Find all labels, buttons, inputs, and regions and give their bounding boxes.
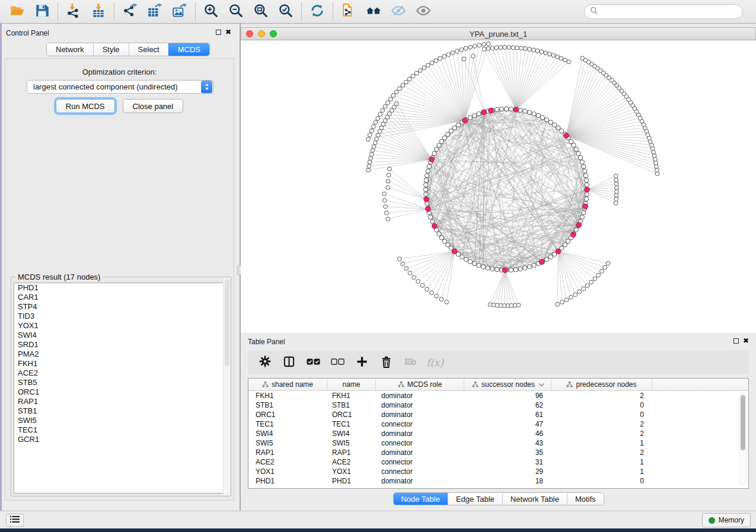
- table-cell: ACE2: [248, 458, 327, 466]
- tab-network[interactable]: Network: [47, 43, 93, 56]
- search-icon: [590, 7, 598, 17]
- network-canvas-svg[interactable]: [241, 40, 756, 333]
- mcds-result-item[interactable]: YOX1: [14, 321, 228, 331]
- refresh-button[interactable]: [305, 2, 330, 21]
- search-box[interactable]: [584, 4, 743, 19]
- save-session-button[interactable]: [30, 2, 55, 21]
- export-table-button[interactable]: [142, 2, 167, 21]
- close-table-panel-icon[interactable]: ✖: [743, 338, 749, 344]
- zoom-fit-button[interactable]: [248, 2, 273, 21]
- trash-icon: [381, 355, 392, 370]
- column-header-predecessor-nodes[interactable]: predecessor nodes: [551, 379, 652, 390]
- table-cell: dominator: [376, 411, 464, 419]
- mcds-result-item[interactable]: SRD1: [14, 340, 228, 350]
- tab-mcds[interactable]: MCDS: [168, 43, 209, 56]
- column-header-shared-name[interactable]: shared name: [248, 379, 327, 390]
- column-header-successor-nodes[interactable]: successor nodes: [464, 379, 551, 390]
- optimization-dropdown[interactable]: largest connected component (undirected): [27, 80, 213, 94]
- table-row[interactable]: SWI4SWI4dominator462: [248, 429, 748, 438]
- table-row[interactable]: YOX1YOX1connector291: [248, 467, 748, 476]
- table-cell: connector: [376, 420, 464, 428]
- search-input[interactable]: [601, 8, 737, 16]
- column-header-mcds-role[interactable]: MCDS role: [376, 379, 464, 390]
- export-image-button[interactable]: [167, 2, 192, 21]
- table-row[interactable]: FKH1FKH1dominator962: [248, 391, 748, 400]
- mcds-result-item[interactable]: ORC1: [14, 387, 228, 397]
- mcds-result-item[interactable]: TEC1: [14, 425, 228, 435]
- table-scrollbar[interactable]: [739, 393, 747, 486]
- close-panel-icon[interactable]: ✖: [225, 30, 231, 35]
- import-table-button[interactable]: [86, 2, 111, 21]
- mcds-result-list[interactable]: PHD1CAR1STP4TID3YOX1SWI4SRD1PMA2FKH1ACE2…: [14, 283, 228, 493]
- select-all-button[interactable]: [302, 354, 324, 371]
- export-network-button[interactable]: [117, 2, 142, 21]
- table-row[interactable]: SWI5SWI5connector431: [248, 438, 748, 448]
- mcds-result-item[interactable]: TID3: [14, 312, 228, 321]
- table-row[interactable]: PHD1PHD1dominator180: [248, 476, 748, 486]
- mcds-result-item[interactable]: STB5: [14, 378, 228, 387]
- zoom-selected-button[interactable]: [273, 2, 298, 21]
- table-cell: ORC1: [327, 411, 376, 419]
- mcds-result-item[interactable]: SWI4: [14, 331, 228, 340]
- tab-select[interactable]: Select: [129, 43, 168, 56]
- mcds-result-item[interactable]: STB1: [14, 406, 228, 416]
- optimization-value: largest connected component (undirected): [27, 82, 201, 91]
- mcds-result-item[interactable]: CAR1: [14, 293, 228, 302]
- table-row[interactable]: ACE2ACE2connector311: [248, 457, 748, 467]
- table-row[interactable]: RAP1RAP1dominator352: [248, 448, 748, 457]
- mcds-result-item[interactable]: ACE2: [14, 368, 228, 378]
- delete-table-button[interactable]: [400, 354, 422, 371]
- mcds-result-item[interactable]: PHD1: [14, 283, 228, 293]
- mcds-result-item[interactable]: GCR1: [14, 435, 228, 444]
- function-builder-button[interactable]: f(x): [424, 354, 446, 371]
- tab-node-table[interactable]: Node Table: [393, 493, 448, 505]
- duplicate-network-button[interactable]: [336, 2, 361, 21]
- table-cell: 43: [464, 439, 551, 447]
- zoom-in-button[interactable]: [199, 2, 224, 21]
- toolbar-separator: [333, 3, 333, 21]
- table-row[interactable]: ORC1ORC1dominator610: [248, 410, 748, 419]
- import-network-button[interactable]: [61, 2, 86, 21]
- table-cell: SWI5: [327, 439, 376, 447]
- control-panel-title: Control Panel: [6, 29, 49, 37]
- delete-row-button[interactable]: [375, 354, 397, 371]
- mcds-result-item[interactable]: SWI5: [14, 416, 228, 425]
- table-row[interactable]: TEC1TEC1connector472: [248, 419, 748, 429]
- memory-button[interactable]: Memory: [702, 513, 751, 527]
- tab-motifs[interactable]: Motifs: [567, 493, 604, 505]
- table-cell: dominator: [376, 430, 464, 438]
- open-folder-icon: [9, 3, 25, 21]
- zoom-out-icon: [228, 3, 244, 21]
- mcds-result-group: MCDS result (17 nodes) PHD1CAR1STP4TID3Y…: [11, 277, 231, 496]
- float-table-panel-icon[interactable]: [733, 338, 739, 344]
- show-all-button[interactable]: [411, 2, 436, 21]
- table-settings-button[interactable]: [254, 354, 276, 371]
- mcds-list-scrollbar[interactable]: [223, 278, 230, 495]
- export-image-icon: [172, 3, 187, 21]
- mcds-result-item[interactable]: FKH1: [14, 359, 228, 368]
- run-mcds-button[interactable]: Run MCDS: [56, 99, 115, 113]
- add-row-button[interactable]: [351, 354, 373, 371]
- deselect-all-button[interactable]: [327, 354, 349, 371]
- column-header-name[interactable]: name: [327, 379, 376, 390]
- network-title-bar[interactable]: YPA_prune.txt_1: [241, 27, 756, 40]
- open-session-button[interactable]: [5, 2, 30, 21]
- mcds-result-item[interactable]: PMA2: [14, 350, 228, 359]
- task-history-button[interactable]: [6, 514, 24, 527]
- mcds-result-item[interactable]: STP4: [14, 302, 228, 312]
- eye-slash-icon: [391, 3, 406, 21]
- tab-style[interactable]: Style: [93, 43, 129, 56]
- zoom-out-button[interactable]: [224, 2, 248, 21]
- show-column-button[interactable]: [278, 354, 300, 371]
- select-all-icon: [307, 357, 321, 368]
- tab-edge-table[interactable]: Edge Table: [448, 493, 502, 505]
- mcds-panel: Optimization criterion: largest connecte…: [5, 58, 234, 501]
- close-panel-button[interactable]: Close panel: [123, 99, 184, 113]
- table-cell: ORC1: [248, 411, 327, 419]
- mcds-result-item[interactable]: RAP1: [14, 397, 228, 406]
- float-panel-icon[interactable]: [216, 30, 221, 35]
- hide-selected-button[interactable]: [386, 2, 411, 21]
- tab-network-table[interactable]: Network Table: [502, 493, 567, 505]
- table-row[interactable]: STB1STB1dominator620: [248, 400, 748, 410]
- first-neighbors-button[interactable]: [361, 2, 386, 21]
